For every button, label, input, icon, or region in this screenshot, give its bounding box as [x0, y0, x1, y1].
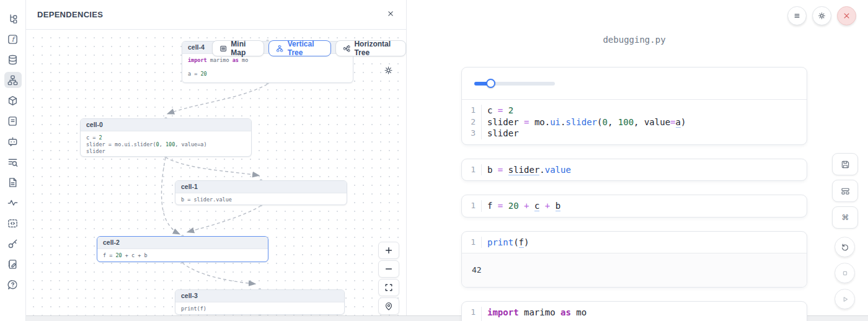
cell-editor[interactable]: 12 import marimo as mo: [462, 302, 807, 321]
node-code: c = 2slider = mo.ui.slider(0, 100, value…: [81, 131, 251, 158]
stop-icon: [840, 268, 850, 278]
code-lines: b = slider.value: [481, 164, 807, 176]
sidebar-item-help[interactable]: [4, 276, 22, 292]
list-search-icon: [7, 156, 19, 168]
pin-icon: [384, 301, 394, 311]
run-all-button[interactable]: [835, 289, 855, 309]
menu-icon: [792, 11, 802, 20]
scratchpad-icon: [7, 258, 19, 270]
node-code: import marimo as moa = 20: [182, 54, 353, 81]
slider-handle[interactable]: [486, 79, 495, 88]
notebook-cell-print-cell: 1 print(f) 42: [461, 231, 807, 288]
horizontal-tree-icon: [343, 44, 350, 53]
node-code: b = slider.value: [175, 193, 347, 206]
graph-zoom-controls: [378, 242, 399, 315]
code-lines: print(f): [481, 237, 807, 248]
graph-node-cell-1[interactable]: cell-1b = slider.value: [175, 180, 347, 205]
sidebar-item-documentation[interactable]: [4, 174, 22, 190]
vertical-tree-icon: [276, 44, 283, 53]
keyboard-shortcuts-button[interactable]: ⌘: [832, 206, 858, 229]
fit-view-button[interactable]: [378, 279, 399, 296]
close-icon: [842, 11, 851, 20]
graph-settings-button[interactable]: [383, 65, 394, 76]
edge-cell-0-to-cell-1: [166, 157, 258, 175]
graph-node-cell-2[interactable]: cell-2f = 20 + c + b: [97, 236, 268, 262]
sidebar-item-tracing[interactable]: [4, 154, 22, 170]
panel-close-button[interactable]: [386, 9, 395, 20]
help-icon: [7, 279, 19, 291]
app-view-button[interactable]: [832, 180, 858, 202]
view-button-label: Vertical Tree: [288, 40, 324, 57]
dependency-graph-icon: [7, 74, 19, 86]
code-lines: import marimo as mo: [481, 307, 807, 321]
gear-icon: [817, 11, 826, 20]
node-title: cell-1: [175, 181, 347, 193]
line-numbers: 1: [462, 200, 481, 212]
command-icon: ⌘: [840, 213, 851, 223]
stop-button[interactable]: [835, 263, 855, 283]
line-numbers: 1: [462, 164, 481, 176]
cell-output-area: [462, 68, 807, 100]
dependencies-panel: DEPENDENCIES Mini MapVertical TreeHorizo…: [26, 0, 407, 321]
view-button-horizontal-tree[interactable]: Horizontal Tree: [335, 40, 406, 56]
file-tree-icon: [7, 13, 19, 25]
notebook-menu-button[interactable]: [787, 6, 807, 25]
svg-text:⌘: ⌘: [841, 213, 849, 222]
view-button-label: Mini Map: [231, 40, 257, 57]
sidebar-item-packages[interactable]: [4, 92, 22, 108]
edge-cell-2-to-cell-3: [182, 263, 254, 284]
zoom-out-button[interactable]: [378, 260, 399, 278]
line-numbers: 123: [462, 105, 481, 139]
line-numbers: 12: [462, 307, 481, 321]
marimo-app: f DEPENDENCIES Mini MapVertical TreeHori…: [0, 0, 868, 321]
node-title: cell-3: [175, 290, 344, 302]
key-icon: [7, 238, 19, 250]
graph-node-cell-3[interactable]: cell-3print(f): [175, 289, 345, 315]
node-code: f = 20 + c + b: [97, 249, 268, 262]
save-button[interactable]: [832, 153, 858, 175]
graph-view-toolbar: Mini MapVertical TreeHorizontal Tree: [212, 40, 406, 56]
shutdown-button[interactable]: [837, 6, 856, 25]
sidebar-item-chat[interactable]: [4, 133, 22, 149]
undo-button[interactable]: [835, 237, 855, 257]
package-icon: [7, 95, 19, 107]
sidebar-item-activity[interactable]: [4, 195, 22, 211]
scroll-icon: [7, 115, 19, 127]
sidebar-item-functions[interactable]: f: [4, 31, 22, 47]
function-icon: f: [7, 33, 19, 45]
cells-column: 123 c = 2slider = mo.ui.slider(0, 100, v…: [461, 67, 807, 321]
center-selection-button[interactable]: [378, 297, 399, 315]
svg-text:f: f: [12, 35, 16, 43]
notebook-settings-button[interactable]: [812, 6, 831, 25]
graph-canvas[interactable]: Mini MapVertical TreeHorizontal Tree cel…: [26, 30, 406, 315]
save-icon: [840, 159, 851, 170]
sidebar-item-dependencies[interactable]: [4, 72, 22, 88]
chat-bot-icon: [7, 136, 19, 147]
code-lines: c = 2slider = mo.ui.slider(0, 100, value…: [481, 105, 807, 139]
document-icon: [7, 177, 19, 188]
cell-editor[interactable]: 123 c = 2slider = mo.ui.slider(0, 100, v…: [462, 100, 807, 144]
sidebar-item-secrets[interactable]: [4, 235, 22, 252]
cell-editor[interactable]: 1 b = slider.value: [462, 159, 807, 181]
panel-header: DEPENDENCIES: [26, 0, 406, 30]
zoom-in-button[interactable]: [378, 242, 399, 259]
cell-editor[interactable]: 1 print(f): [462, 232, 807, 253]
snippet-icon: [7, 218, 19, 229]
cell-editor[interactable]: 1 f = 20 + c + b: [462, 195, 807, 217]
sidebar-item-scratchpad[interactable]: [4, 256, 22, 272]
undo-icon: [840, 242, 850, 252]
view-button-vertical-tree[interactable]: Vertical Tree: [268, 40, 331, 56]
panel-title: DEPENDENCIES: [37, 10, 103, 19]
edge-cell-4-to-cell-0: [169, 84, 267, 113]
sidebar-item-snippets[interactable]: [4, 215, 22, 231]
view-button-mini-map[interactable]: Mini Map: [212, 40, 264, 56]
notebook-filename: debugging.py: [461, 35, 807, 45]
notebook-window-buttons: [787, 6, 856, 25]
database-icon: [7, 54, 19, 66]
sidebar-item-file-tree[interactable]: [4, 11, 22, 27]
sidebar-item-datasources[interactable]: [4, 51, 22, 68]
cell-output: 42: [462, 253, 807, 287]
graph-node-cell-0[interactable]: cell-0c = 2slider = mo.ui.slider(0, 100,…: [80, 118, 252, 157]
slider[interactable]: [474, 82, 555, 86]
sidebar-item-logs[interactable]: [4, 113, 22, 129]
